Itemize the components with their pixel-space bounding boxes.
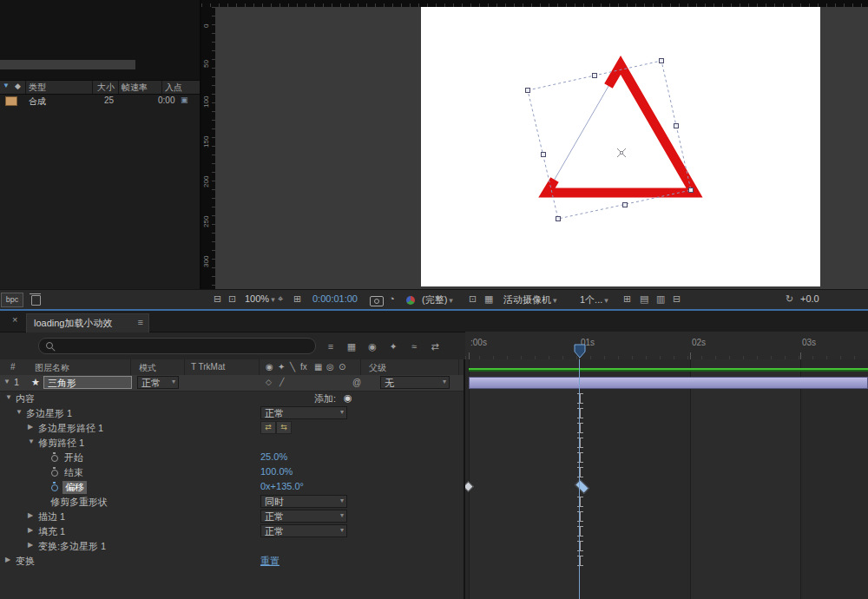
offset-value[interactable]: 0x+135.0° <box>260 481 304 491</box>
handle-top-left[interactable] <box>526 89 530 93</box>
triangle-shape[interactable] <box>547 65 694 193</box>
handle-bottom-mid[interactable] <box>623 203 628 207</box>
property-label[interactable]: 填充 1 <box>38 525 65 538</box>
shy-icon[interactable]: ≡ <box>323 339 339 353</box>
property-row-end[interactable]: 结束 100.0% <box>0 464 464 479</box>
property-label[interactable]: 多边星形路径 1 <box>38 422 103 435</box>
twirl-closed-icon[interactable]: ▶ <box>28 541 33 549</box>
layer-row-triangle[interactable]: ▼ 1 ★ 三角形 正常▾ ◇ ╱ @ 无▾ <box>0 375 464 392</box>
property-label[interactable]: 变换:多边星形 1 <box>38 540 106 553</box>
property-row-layer-transform[interactable]: ▶ 变换 重置 <box>0 553 464 568</box>
project-panel-divider-bar[interactable] <box>0 60 135 69</box>
tab-composition[interactable]: loading加载小动效 ≡ <box>26 313 149 332</box>
flowchart-icon[interactable]: ⊟ <box>673 293 681 305</box>
property-row-fill[interactable]: ▶ 填充 1 正常▾ <box>0 523 464 538</box>
quality-icon[interactable]: ╱ <box>279 378 284 386</box>
magnification-dropdown[interactable]: 100%▾ <box>245 293 275 304</box>
playhead-marker[interactable] <box>574 344 586 359</box>
property-label[interactable]: 开始 <box>64 451 83 464</box>
property-row-trim-paths[interactable]: ▼ 修剪路径 1 <box>0 435 464 450</box>
collapse-transform-icon[interactable]: ◇ <box>266 378 272 386</box>
timeline-search[interactable] <box>38 338 316 354</box>
column-layer-name[interactable]: 图层名称 <box>35 362 69 374</box>
close-icon[interactable]: × <box>12 314 17 325</box>
time-ruler[interactable]: :00s 01s 02s 03s <box>465 332 868 360</box>
handle-right-mid[interactable] <box>674 124 679 128</box>
item-color-swatch[interactable] <box>5 96 17 106</box>
twirl-open-icon[interactable]: ▼ <box>16 408 23 416</box>
twirl-closed-icon[interactable]: ▶ <box>28 526 33 534</box>
camera-view-dropdown[interactable]: 活动摄像机▾ <box>503 293 557 306</box>
reverse-path-icon[interactable]: ⇆ <box>276 421 292 434</box>
search-input[interactable] <box>58 339 305 352</box>
property-row-contents[interactable]: ▼ 内容 添加: ◉ <box>0 391 464 405</box>
current-time-indicator[interactable] <box>579 359 580 599</box>
property-label[interactable]: 变换 <box>16 555 35 568</box>
stroke-blend-dropdown[interactable]: 正常▾ <box>260 510 347 523</box>
project-item-row[interactable]: 合成 25 0:00 ▣ <box>0 95 200 108</box>
timeline-button-icon[interactable]: ▥ <box>656 293 665 305</box>
column-type[interactable]: 类型 <box>29 82 46 94</box>
property-label[interactable]: 修剪多重形状 <box>50 496 108 509</box>
trim-multiple-dropdown[interactable]: 同时▾ <box>260 495 347 508</box>
motion-blur-icon[interactable]: ◉ <box>365 339 380 353</box>
add-button-icon[interactable]: ◉ <box>344 392 352 404</box>
stopwatch-icon[interactable] <box>50 452 58 462</box>
pickwhip-icon[interactable]: @ <box>352 378 361 387</box>
property-row-start[interactable]: 开始 25.0% <box>0 450 464 464</box>
resolution-dropdown[interactable]: (完整)▾ <box>422 293 453 306</box>
frame-blend-icon[interactable]: ▦ <box>344 339 359 353</box>
property-row-trim-multiple[interactable]: 修剪多重形状 同时▾ <box>0 494 464 509</box>
handle-top-mid[interactable] <box>593 74 597 78</box>
graph-editor-icon[interactable]: ≈ <box>406 339 422 353</box>
property-label[interactable]: 修剪路径 1 <box>38 437 84 450</box>
current-time-display[interactable]: 0:00:01:00 <box>312 293 358 304</box>
handle-bottom-left[interactable] <box>556 217 561 221</box>
roi-icon[interactable]: ⊡ <box>469 293 477 305</box>
column-size[interactable]: 大小 <box>97 82 115 94</box>
property-row-polystar-path[interactable]: ▶ 多边星形路径 1 ⇄ ⇆ <box>0 420 464 435</box>
label-color-icon[interactable]: ◆ <box>15 82 21 90</box>
trash-icon[interactable] <box>31 295 41 306</box>
twirl-closed-icon[interactable]: ▶ <box>28 511 33 519</box>
stopwatch-icon[interactable] <box>50 467 58 477</box>
twirl-closed-icon[interactable]: ▶ <box>28 423 33 431</box>
in-out-columns-icon[interactable]: ⇄ <box>427 339 443 353</box>
column-index[interactable]: # <box>10 362 16 372</box>
grid-guides-icon[interactable]: ⊞ <box>293 293 301 305</box>
reset-link[interactable]: 重置 <box>260 555 279 568</box>
sort-arrow-icon[interactable]: ▼ <box>3 82 10 89</box>
stopwatch-icon-active[interactable] <box>50 482 58 491</box>
main-view-icon[interactable]: ⊡ <box>228 293 236 305</box>
item-name[interactable]: 合成 <box>29 95 46 108</box>
column-trkmat[interactable]: T TrkMat <box>191 362 225 372</box>
transparency-grid-icon[interactable]: ▦ <box>484 293 493 305</box>
brainstorm-icon[interactable]: ✦ <box>385 339 401 353</box>
view-layout-dropdown[interactable]: 1个...▾ <box>580 293 608 306</box>
color-depth-button[interactable]: bpc <box>1 293 23 307</box>
end-value[interactable]: 100.0% <box>260 466 293 477</box>
layer-duration-bar[interactable] <box>469 377 868 389</box>
column-framerate[interactable]: 帧速率 <box>122 82 148 94</box>
property-label[interactable]: 描边 1 <box>38 510 65 523</box>
region-of-interest-icon[interactable]: ⌖ <box>278 293 283 305</box>
reverse-path-icon[interactable]: ⇄ <box>260 421 276 434</box>
property-label-selected[interactable]: 偏移 <box>62 481 87 494</box>
handle-left-mid[interactable] <box>542 153 546 157</box>
anchor-point-icon[interactable] <box>617 148 626 157</box>
property-row-stroke[interactable]: ▶ 描边 1 正常▾ <box>0 509 464 523</box>
property-row-polystar[interactable]: ▼ 多边星形 1 正常▾ <box>0 405 464 420</box>
column-mode[interactable]: 模式 <box>139 362 156 374</box>
property-label[interactable]: 多边星形 1 <box>26 407 72 420</box>
fast-previews-icon[interactable]: ▤ <box>640 293 648 305</box>
pixel-aspect-icon[interactable]: ⊞ <box>623 293 631 305</box>
polystar-blend-dropdown[interactable]: 正常▾ <box>260 406 347 419</box>
property-label[interactable]: 内容 <box>16 392 35 405</box>
twirl-open-icon[interactable]: ▼ <box>28 438 35 445</box>
track-area[interactable] <box>465 359 868 599</box>
show-snapshot-icon[interactable]: ◔ <box>389 293 395 304</box>
property-label[interactable]: 结束 <box>64 466 83 479</box>
exposure-value[interactable]: +0.0 <box>800 293 819 304</box>
channel-color-icon[interactable] <box>406 296 415 305</box>
property-row-offset[interactable]: 偏移 0x+135.0° <box>0 479 464 494</box>
